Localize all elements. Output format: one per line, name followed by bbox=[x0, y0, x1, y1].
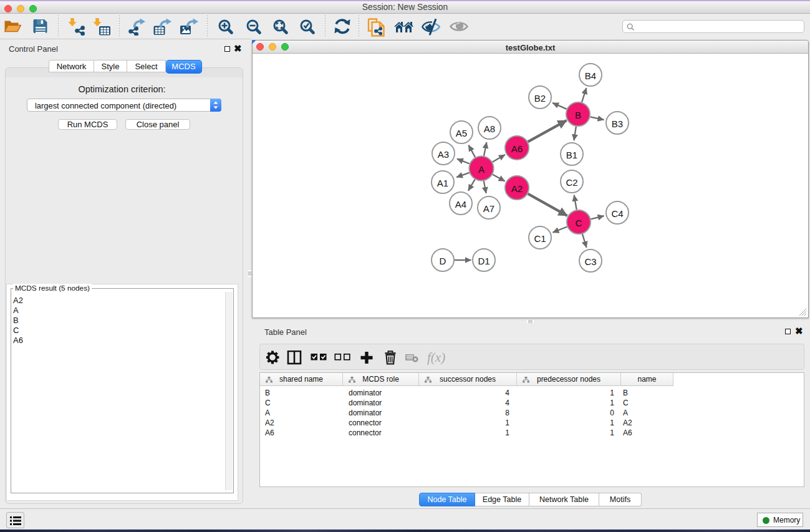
svg-text:A7: A7 bbox=[483, 203, 494, 214]
svg-text:C3: C3 bbox=[584, 256, 596, 267]
svg-text:C: C bbox=[576, 218, 582, 228]
svg-text:A8: A8 bbox=[484, 123, 495, 134]
svg-text:D: D bbox=[440, 256, 446, 266]
svg-text:A2: A2 bbox=[511, 183, 523, 194]
svg-text:f(x): f(x) bbox=[427, 351, 445, 365]
svg-text:B3: B3 bbox=[612, 118, 623, 129]
svg-text:C1: C1 bbox=[534, 233, 546, 244]
svg-text:A3: A3 bbox=[438, 149, 449, 160]
svg-text:B1: B1 bbox=[566, 150, 577, 160]
svg-text:A4: A4 bbox=[455, 199, 466, 210]
svg-text:C2: C2 bbox=[566, 177, 577, 188]
svg-text:D1: D1 bbox=[478, 256, 489, 266]
svg-text:A5: A5 bbox=[456, 128, 467, 138]
svg-text:B: B bbox=[575, 110, 581, 120]
svg-text:A6: A6 bbox=[511, 143, 523, 154]
svg-text:C4: C4 bbox=[611, 208, 623, 219]
svg-text:A: A bbox=[478, 164, 485, 175]
svg-text:B2: B2 bbox=[534, 93, 546, 104]
svg-text:B4: B4 bbox=[585, 70, 596, 81]
svg-text:A1: A1 bbox=[437, 178, 448, 188]
